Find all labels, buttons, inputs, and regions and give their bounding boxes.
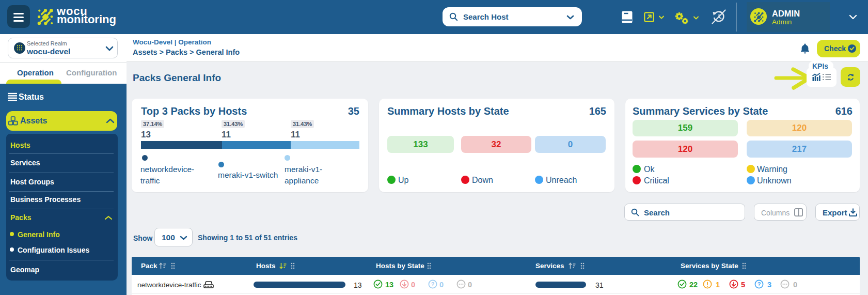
svg-text:?: ? bbox=[757, 281, 761, 287]
svg-text:?: ? bbox=[431, 281, 435, 287]
